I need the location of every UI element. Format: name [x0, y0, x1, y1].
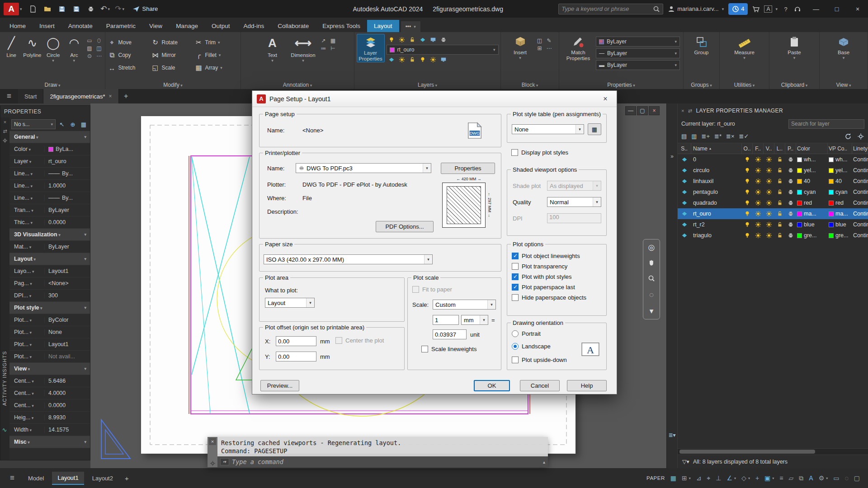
navbar-icon[interactable] [648, 259, 655, 268]
column-color[interactable]: Color [796, 143, 828, 154]
layer-toolbar-button[interactable]: ≣× [726, 133, 734, 140]
layer-vp-freeze-icon[interactable] [764, 165, 774, 176]
property-value[interactable]: Layout1 [45, 268, 90, 274]
navbar-icon[interactable]: ◌ [649, 291, 654, 300]
section-collapse-icon[interactable]: ▾ [84, 232, 90, 237]
plot-style-dropdown[interactable]: None ▾ [512, 124, 584, 134]
qat-button[interactable]: ▾ [70, 3, 83, 15]
attributes-icon[interactable]: ⊞ [536, 45, 544, 52]
printer-properties-button[interactable]: Properties [441, 163, 495, 174]
autocad-logo[interactable]: A [4, 3, 19, 15]
ribbon-tab[interactable]: Parametric [99, 20, 142, 32]
layer-color-cell[interactable]: gre... [796, 230, 828, 241]
property-row[interactable]: Layo... Layout1 ▾ [9, 265, 90, 277]
autodesk-app-menu[interactable]: A ▾ [764, 5, 778, 13]
tab-document[interactable]: 2figurasgeometricas* × [43, 89, 118, 103]
fit-to-paper-checkbox[interactable]: Fit to paper [412, 286, 452, 293]
ribbon-tool[interactable]: ✂ Trim ▾ [195, 38, 238, 47]
property-row[interactable]: Line... By... ▾ [9, 168, 90, 180]
layer-vp-color-cell[interactable]: ma... [828, 208, 852, 219]
layer-linetype-cell[interactable]: Contin... [852, 208, 868, 219]
status-toggle-icon[interactable]: ▱ ▾ [789, 474, 794, 482]
status-toggle-icon[interactable]: ⚙ ▾ [819, 474, 828, 482]
match-properties-button[interactable]: Match Properties [562, 34, 594, 61]
layer-on-icon[interactable] [742, 208, 753, 219]
ribbon-tool[interactable]: ◯ Circle ▾ [44, 34, 63, 63]
section-collapse-icon[interactable]: ▾ [84, 440, 90, 444]
layer-lock-icon[interactable] [774, 165, 785, 176]
layer-color-cell[interactable]: ma... [796, 208, 828, 219]
layer-plot-icon[interactable] [785, 219, 796, 230]
toggle-pickadd-icon[interactable]: ↖ [57, 120, 66, 129]
column-name[interactable]: Name▴ [691, 143, 742, 154]
lineweight-dropdown[interactable]: ▬ ByLayer ▾ [596, 60, 680, 70]
new-layout-button[interactable]: + [121, 474, 132, 482]
layer-vp-color-cell[interactable]: 40 [828, 176, 852, 187]
layer-color-cell[interactable]: yel... [796, 165, 828, 176]
scale-dropdown[interactable]: Custom ▾ [433, 300, 496, 310]
layer-isolate-icon[interactable] [420, 37, 426, 43]
measure-button[interactable]: Measure ▾ [730, 34, 759, 60]
ribbon-options-button[interactable]: •••▾ [401, 21, 420, 32]
layer-on-icon[interactable] [742, 176, 753, 187]
layer-plot-icon[interactable] [785, 165, 796, 176]
ribbon-tab[interactable]: Insert [33, 20, 61, 32]
command-customize-icon[interactable]: ▪▾ [220, 458, 229, 465]
keyword-search[interactable] [558, 4, 663, 14]
property-row[interactable]: View ▾ [9, 363, 90, 375]
layer-freeze-icon[interactable] [753, 176, 764, 187]
command-input[interactable] [232, 458, 540, 465]
search-icon[interactable] [653, 5, 660, 13]
layer-lock-icon[interactable] [774, 230, 785, 241]
insert-block-button[interactable]: Insert ▾ [507, 34, 534, 60]
property-row[interactable]: 3D Visualization ▾ [9, 229, 90, 241]
layer-lock-icon[interactable] [774, 154, 785, 165]
layer-name[interactable]: rt_ouro [691, 208, 742, 219]
layer-unlock-icon[interactable] [409, 56, 415, 63]
property-value[interactable]: 4.0000 [45, 390, 90, 396]
property-value[interactable]: ByColor [45, 317, 90, 323]
ok-button[interactable]: OK [474, 380, 510, 391]
center-plot-checkbox[interactable]: Center the plot [335, 337, 384, 344]
panel-label[interactable]: Draw [0, 82, 105, 88]
layer-search-input[interactable] [791, 121, 861, 127]
layer-search[interactable] [788, 119, 864, 129]
ribbon-tool[interactable]: ↔ Stretch ▾ [108, 63, 151, 73]
edit-plot-style-button[interactable]: ▦ [588, 123, 601, 135]
scale-unit-dropdown[interactable]: mm ▾ [461, 315, 488, 325]
property-row[interactable]: Line... By... ▾ [9, 192, 90, 204]
navbar-icon[interactable] [648, 275, 655, 284]
qat-button[interactable]: ▾ [41, 3, 54, 15]
ellipse-icon[interactable]: ⬯ [95, 38, 103, 44]
dialog-title-bar[interactable]: A Page Setup - Layout1 × [252, 91, 617, 107]
layer-freeze-icon[interactable] [753, 187, 764, 197]
property-row[interactable]: Tran... ByLayer ▾ [9, 204, 90, 216]
layer-color-cell[interactable]: wh... [796, 154, 828, 165]
property-row[interactable]: Layer rt_ouro ▾ [9, 155, 90, 168]
layer-freeze-icon[interactable] [753, 208, 764, 219]
layer-on-icon[interactable] [742, 187, 753, 197]
property-row[interactable]: Cent... 0.0000 ▾ [9, 399, 90, 412]
panel-label[interactable]: View [820, 82, 868, 88]
property-value[interactable]: ByLayer [45, 244, 90, 250]
property-row[interactable]: General ▾ [9, 131, 90, 143]
table-icon[interactable]: ▦ [329, 38, 337, 44]
layer-off-icon[interactable] [420, 56, 426, 63]
status-toggle-icon[interactable]: ∠ ▾ [727, 474, 736, 482]
search-input[interactable] [561, 5, 653, 12]
property-row[interactable]: Plot... Not avail... ▾ [9, 351, 90, 363]
tab-start[interactable]: Start [18, 89, 43, 103]
property-value[interactable]: By... [45, 170, 90, 177]
layer-toolbar-button[interactable]: ≣✓ [739, 133, 749, 140]
navbar-icon[interactable]: ▾ [650, 306, 654, 316]
layer-linetype-cell[interactable]: Contin... [852, 165, 868, 176]
close-tab-icon[interactable]: × [109, 93, 112, 99]
panel-label[interactable]: Block [501, 82, 559, 88]
layer-row[interactable]: linhauxil 40 40 Contin... [678, 176, 868, 187]
palette-gear-icon[interactable] [2, 138, 8, 143]
property-row[interactable]: Line... 1.0000 ▾ [9, 180, 90, 192]
scrollbar-thumb[interactable] [679, 450, 815, 454]
layer-on-icon[interactable] [388, 37, 395, 43]
layer-vp-freeze-icon[interactable] [764, 176, 774, 187]
ribbon-tool[interactable]: ⧉ Copy ▾ [108, 50, 151, 60]
